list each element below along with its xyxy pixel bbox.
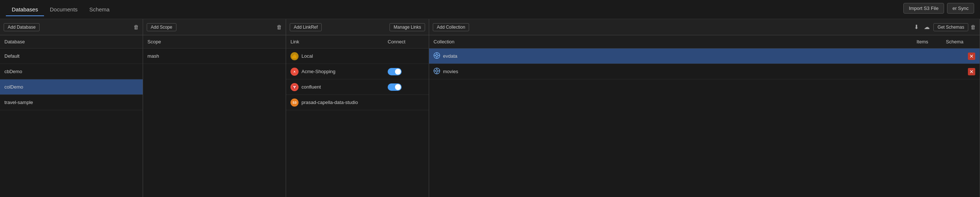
list-item[interactable]: colDemo bbox=[0, 79, 143, 95]
remove-movies-button[interactable]: ✕ bbox=[968, 68, 975, 75]
collection-name-evdata: evdata bbox=[434, 52, 916, 60]
databases-panel-header: Add Database 🗑 bbox=[0, 19, 143, 35]
collections-col-header: Collection Items Schema bbox=[429, 35, 980, 48]
add-database-button[interactable]: Add Database bbox=[4, 23, 40, 31]
links-col-header: Link Connect bbox=[286, 35, 429, 48]
collection-icon-movies bbox=[434, 67, 440, 76]
collection-icon-evdata bbox=[434, 52, 440, 60]
download-icon[interactable]: ⬇ bbox=[913, 23, 920, 31]
cloud-download-icon[interactable]: ☁ bbox=[923, 23, 931, 31]
scopes-panel-header: Add Scope 🗑 bbox=[143, 19, 286, 35]
list-item[interactable]: mash bbox=[143, 48, 286, 64]
import-s3-button[interactable]: Import S3 File bbox=[904, 3, 944, 14]
collections-list: evdata ✕ bbox=[429, 48, 980, 197]
tab-schema[interactable]: Schema bbox=[84, 3, 116, 16]
database-list: Default cbDemo colDemo travel-sample bbox=[0, 48, 143, 197]
svg-point-13 bbox=[436, 54, 438, 57]
list-item[interactable]: Acme-Shopping bbox=[286, 64, 429, 79]
links-panel-header: Add LinkRef Manage Links bbox=[286, 19, 429, 35]
tab-databases[interactable]: Databases bbox=[6, 3, 44, 16]
svg-rect-2 bbox=[294, 54, 295, 58]
list-item[interactable]: Local bbox=[286, 48, 429, 64]
remove-evdata-button[interactable]: ✕ bbox=[968, 53, 975, 60]
confluent-toggle[interactable] bbox=[388, 83, 402, 91]
acme-toggle[interactable] bbox=[388, 68, 402, 75]
add-linkref-button[interactable]: Add LinkRef bbox=[290, 23, 321, 31]
top-tabs: Databases Documents Schema Import S3 Fil… bbox=[0, 0, 980, 19]
add-collection-button[interactable]: Add Collection bbox=[433, 23, 469, 31]
svg-point-19 bbox=[436, 70, 438, 72]
list-item[interactable]: evdata ✕ bbox=[429, 48, 980, 64]
list-item[interactable]: Default bbox=[0, 48, 143, 64]
link-name-acme: Acme-Shopping bbox=[291, 67, 388, 76]
top-right-actions: Import S3 File er Sync bbox=[904, 3, 974, 14]
er-sync-button[interactable]: er Sync bbox=[947, 3, 974, 14]
get-schemas-button[interactable]: Get Schemas bbox=[934, 23, 968, 31]
collection-name-movies: movies bbox=[434, 67, 916, 76]
list-item[interactable]: movies ✕ bbox=[429, 64, 980, 79]
database-col-header: Database bbox=[0, 35, 143, 48]
list-item[interactable]: S3 prasad-capella-data-studio bbox=[286, 95, 429, 110]
collections-panel: Add Collection ⬇ ☁ Get Schemas 🗑 Collect… bbox=[429, 19, 980, 197]
links-list: Local Acme-Shopping bbox=[286, 48, 429, 197]
scopes-panel: Add Scope 🗑 Scope mash bbox=[143, 19, 286, 197]
manage-links-button[interactable]: Manage Links bbox=[390, 23, 425, 31]
list-item[interactable]: travel-sample bbox=[0, 95, 143, 110]
tab-documents[interactable]: Documents bbox=[44, 3, 84, 16]
link-name-confluent: confluent bbox=[291, 83, 388, 91]
svg-rect-3 bbox=[296, 56, 296, 58]
local-link-icon bbox=[291, 52, 299, 60]
confluent-link-icon bbox=[291, 83, 299, 91]
scope-col-header: Scope bbox=[143, 35, 286, 48]
list-item[interactable]: confluent bbox=[286, 79, 429, 95]
delete-database-icon[interactable]: 🗑 bbox=[134, 24, 139, 30]
delete-scope-icon[interactable]: 🗑 bbox=[277, 24, 282, 30]
delete-collection-icon[interactable]: 🗑 bbox=[970, 24, 976, 30]
link-name-prasad: S3 prasad-capella-data-studio bbox=[291, 98, 388, 107]
collections-panel-header: Add Collection ⬇ ☁ Get Schemas 🗑 bbox=[429, 19, 980, 35]
svg-point-5 bbox=[292, 85, 297, 89]
databases-panel: Add Database 🗑 Database Default cbDemo c… bbox=[0, 19, 143, 197]
link-name-local: Local bbox=[291, 52, 388, 60]
links-panel: Add LinkRef Manage Links Link Connect bbox=[286, 19, 429, 197]
main-content: Add Database 🗑 Database Default cbDemo c… bbox=[0, 19, 980, 197]
svg-rect-0 bbox=[292, 56, 293, 58]
svg-rect-1 bbox=[293, 55, 294, 58]
list-item[interactable]: cbDemo bbox=[0, 64, 143, 79]
acme-link-icon bbox=[291, 67, 299, 76]
prasad-link-icon: S3 bbox=[291, 98, 299, 107]
add-scope-button[interactable]: Add Scope bbox=[147, 23, 177, 31]
scope-list: mash bbox=[143, 48, 286, 197]
